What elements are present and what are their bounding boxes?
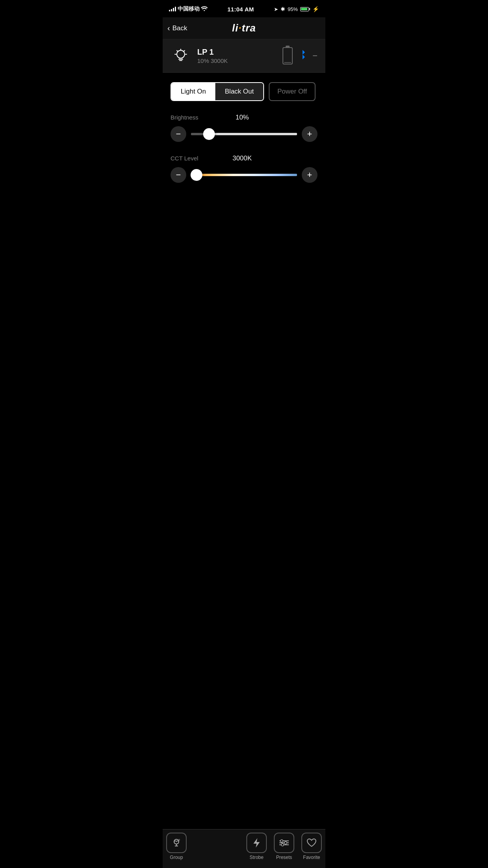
mode-toggle: Light On Black Out Power Off [171,82,317,101]
location-icon: ➤ [274,6,278,12]
battery-percent: 95% [288,6,298,12]
status-left: 中国移动 [169,6,207,13]
main-content: Light On Black Out Power Off Brightness … [163,73,325,205]
time-display: 11:04 AM [227,6,254,13]
cct-track[interactable] [191,174,297,176]
brightness-value: 10% [198,114,286,121]
cct-header: CCT Level 3000K [171,154,317,162]
brightness-label: Brightness [171,114,198,121]
brightness-row: − + [171,126,317,142]
brightness-track[interactable] [191,133,297,135]
status-bar: 中国移动 11:04 AM ➤ ✱ 95% ⚡ [163,0,325,17]
device-info: LP 1 10% 3000K [197,48,276,64]
device-minus-icon[interactable]: − [312,51,317,61]
brightness-increase-button[interactable]: + [302,126,317,142]
device-controls: − [283,47,317,64]
cct-label: CCT Level [171,155,198,162]
signal-bars [169,7,176,11]
back-chevron-icon: ‹ [167,24,170,33]
cct-increase-button[interactable]: + [302,167,317,183]
brightness-thumb[interactable] [203,128,215,140]
svg-point-0 [177,50,185,58]
light-on-button[interactable]: Light On [171,83,215,100]
toggle-group: Light On Black Out [171,82,264,101]
device-bluetooth-icon [299,50,306,62]
status-right: ➤ ✱ 95% ⚡ [274,6,319,12]
back-label: Back [172,24,187,32]
back-button[interactable]: ‹ Back [167,24,187,33]
bluetooth-status-icon: ✱ [281,6,285,12]
device-battery-icon [283,47,293,64]
cct-thumb[interactable] [191,169,202,181]
brightness-header: Brightness 10% [171,114,317,121]
device-status: 10% 3000K [197,57,276,64]
black-out-button[interactable]: Black Out [215,83,263,100]
nav-header: ‹ Back li·tra [163,17,325,39]
brightness-section: Brightness 10% − + [171,114,317,142]
cct-decrease-button[interactable]: − [171,167,186,183]
carrier-label: 中国移动 [178,6,200,13]
device-bar: LP 1 10% 3000K − [163,39,325,73]
cct-section: CCT Level 3000K − + [171,154,317,183]
app-logo: li·tra [232,22,256,34]
brightness-decrease-button[interactable]: − [171,126,186,142]
battery-icon [300,7,310,11]
power-off-button[interactable]: Power Off [269,82,316,101]
cct-row: − + [171,167,317,183]
device-name: LP 1 [197,48,276,57]
wifi-icon [201,6,207,12]
cct-value: 3000K [198,154,286,162]
charging-icon: ⚡ [312,6,319,12]
device-icon [171,46,191,66]
